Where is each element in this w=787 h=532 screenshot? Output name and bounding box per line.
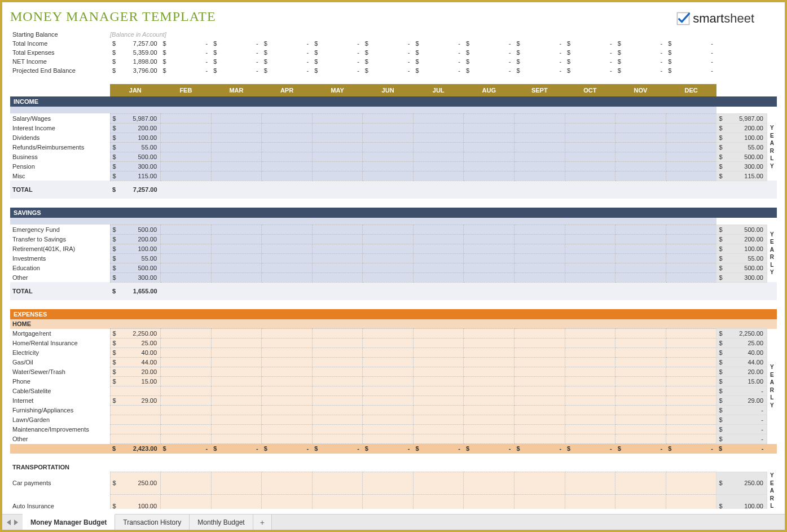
data-cell[interactable] xyxy=(515,272,565,282)
data-cell[interactable] xyxy=(161,234,212,244)
data-cell[interactable] xyxy=(464,225,515,234)
data-cell[interactable] xyxy=(413,225,464,234)
data-cell[interactable] xyxy=(161,113,212,123)
data-cell[interactable] xyxy=(312,434,363,444)
summary-cell[interactable]: $- xyxy=(515,57,565,66)
summary-cell[interactable]: $3,796.00 xyxy=(110,66,161,75)
data-cell[interactable] xyxy=(565,425,615,434)
data-cell[interactable] xyxy=(363,434,414,444)
data-cell[interactable] xyxy=(413,338,464,348)
data-cell[interactable] xyxy=(464,358,515,367)
data-cell[interactable] xyxy=(565,272,615,282)
data-cell[interactable] xyxy=(413,123,464,133)
data-cell[interactable] xyxy=(615,123,666,133)
summary-cell[interactable]: $- xyxy=(312,57,363,66)
data-cell[interactable] xyxy=(262,415,313,425)
data-cell[interactable]: $15.00 xyxy=(110,377,161,386)
data-cell[interactable] xyxy=(110,386,161,396)
summary-cell[interactable]: $- xyxy=(413,48,464,57)
data-cell[interactable] xyxy=(464,434,515,444)
data-cell[interactable]: $55.00 xyxy=(110,253,161,263)
summary-cell[interactable]: $- xyxy=(312,66,363,75)
data-cell[interactable] xyxy=(312,358,363,367)
data-cell[interactable] xyxy=(262,234,313,244)
summary-cell[interactable]: $- xyxy=(363,48,414,57)
data-cell[interactable] xyxy=(615,406,666,415)
data-cell[interactable]: $115.00 xyxy=(110,171,161,181)
summary-cell[interactable]: $- xyxy=(312,39,363,48)
data-cell[interactable] xyxy=(363,415,414,425)
data-cell[interactable] xyxy=(312,225,363,234)
data-cell[interactable] xyxy=(262,396,313,406)
summary-cell[interactable]: $- xyxy=(363,57,414,66)
data-cell[interactable] xyxy=(211,415,262,425)
data-cell[interactable] xyxy=(666,406,716,415)
data-cell[interactable]: $200.00 xyxy=(110,234,161,244)
data-cell[interactable] xyxy=(565,142,615,152)
data-cell[interactable] xyxy=(262,123,313,133)
data-cell[interactable] xyxy=(211,225,262,234)
data-cell[interactable] xyxy=(363,367,414,377)
data-cell[interactable] xyxy=(363,142,414,152)
data-cell[interactable] xyxy=(211,152,262,161)
data-cell[interactable] xyxy=(413,425,464,434)
data-cell[interactable] xyxy=(262,272,313,282)
data-cell[interactable] xyxy=(464,338,515,348)
data-cell[interactable] xyxy=(515,329,565,338)
data-cell[interactable] xyxy=(464,386,515,396)
data-cell[interactable] xyxy=(161,472,212,495)
data-cell[interactable] xyxy=(312,338,363,348)
data-cell[interactable] xyxy=(211,123,262,133)
summary-cell[interactable]: $- xyxy=(515,66,565,75)
data-cell[interactable] xyxy=(312,472,363,495)
data-cell[interactable] xyxy=(666,161,716,171)
sheet-tab[interactable]: Monthly Budget xyxy=(190,515,253,530)
data-cell[interactable] xyxy=(312,244,363,253)
summary-cell[interactable]: $- xyxy=(666,48,716,57)
data-cell[interactable] xyxy=(312,234,363,244)
data-cell[interactable] xyxy=(363,329,414,338)
data-cell[interactable] xyxy=(363,425,414,434)
summary-cell[interactable]: $- xyxy=(666,57,716,66)
data-cell[interactable] xyxy=(312,272,363,282)
summary-cell[interactable]: $- xyxy=(464,57,515,66)
data-cell[interactable] xyxy=(565,152,615,161)
data-cell[interactable] xyxy=(464,234,515,244)
data-cell[interactable] xyxy=(515,406,565,415)
summary-cell[interactable]: $- xyxy=(615,66,666,75)
data-cell[interactable] xyxy=(161,377,212,386)
data-cell[interactable]: $2,250.00 xyxy=(110,329,161,338)
summary-cell[interactable]: $- xyxy=(515,48,565,57)
data-cell[interactable] xyxy=(565,358,615,367)
data-cell[interactable] xyxy=(211,161,262,171)
data-cell[interactable] xyxy=(666,329,716,338)
data-cell[interactable] xyxy=(464,472,515,495)
data-cell[interactable] xyxy=(363,386,414,396)
data-cell[interactable] xyxy=(565,495,615,509)
data-cell[interactable] xyxy=(515,425,565,434)
data-cell[interactable] xyxy=(211,377,262,386)
data-cell[interactable] xyxy=(666,142,716,152)
data-cell[interactable] xyxy=(666,434,716,444)
data-cell[interactable] xyxy=(312,142,363,152)
summary-cell[interactable]: $- xyxy=(565,66,615,75)
data-cell[interactable] xyxy=(666,338,716,348)
data-cell[interactable] xyxy=(211,434,262,444)
data-cell[interactable] xyxy=(262,225,313,234)
data-cell[interactable] xyxy=(413,263,464,272)
summary-cell[interactable]: $- xyxy=(464,48,515,57)
data-cell[interactable] xyxy=(312,425,363,434)
data-cell[interactable] xyxy=(666,425,716,434)
data-cell[interactable] xyxy=(262,171,313,181)
data-cell[interactable] xyxy=(615,338,666,348)
data-cell[interactable] xyxy=(312,263,363,272)
data-cell[interactable] xyxy=(666,263,716,272)
data-cell[interactable]: $300.00 xyxy=(110,161,161,171)
data-cell[interactable] xyxy=(211,329,262,338)
data-cell[interactable] xyxy=(666,123,716,133)
data-cell[interactable] xyxy=(363,152,414,161)
sheet-tab[interactable]: Transaction History xyxy=(115,515,190,530)
summary-cell[interactable]: $- xyxy=(666,66,716,75)
data-cell[interactable]: $29.00 xyxy=(110,396,161,406)
data-cell[interactable]: $500.00 xyxy=(110,152,161,161)
